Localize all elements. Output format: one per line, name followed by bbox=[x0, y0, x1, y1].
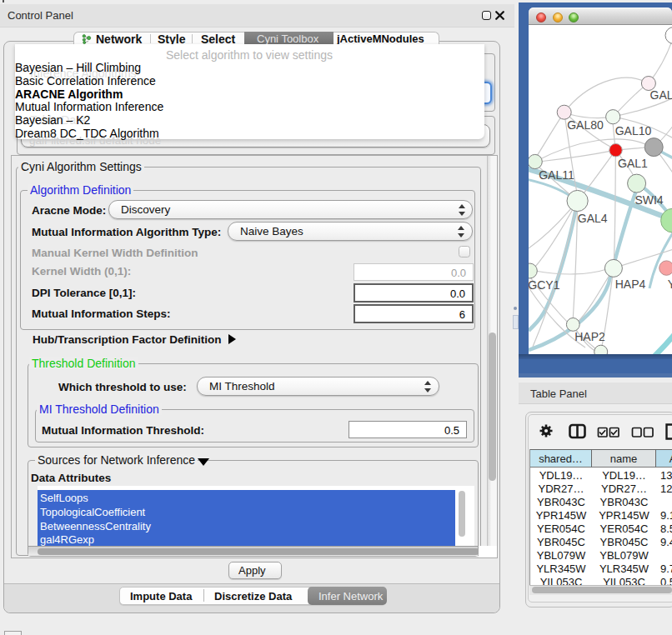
svg-text:HAP2: HAP2 bbox=[574, 330, 605, 343]
svg-text:GAL11: GAL11 bbox=[539, 168, 574, 182]
svg-text:GCY1: GCY1 bbox=[529, 278, 560, 292]
svg-text:GAL4: GAL4 bbox=[578, 212, 608, 225]
svg-text:GAL2: GAL2 bbox=[650, 88, 672, 102]
svg-text:GAL1: GAL1 bbox=[618, 157, 648, 170]
svg-text:YM: YM bbox=[668, 278, 672, 291]
svg-text:GAL10: GAL10 bbox=[615, 124, 652, 138]
svg-text:SWI4: SWI4 bbox=[634, 193, 663, 207]
svg-text:HAP4: HAP4 bbox=[615, 278, 646, 291]
svg-text:GAL80: GAL80 bbox=[567, 118, 604, 132]
